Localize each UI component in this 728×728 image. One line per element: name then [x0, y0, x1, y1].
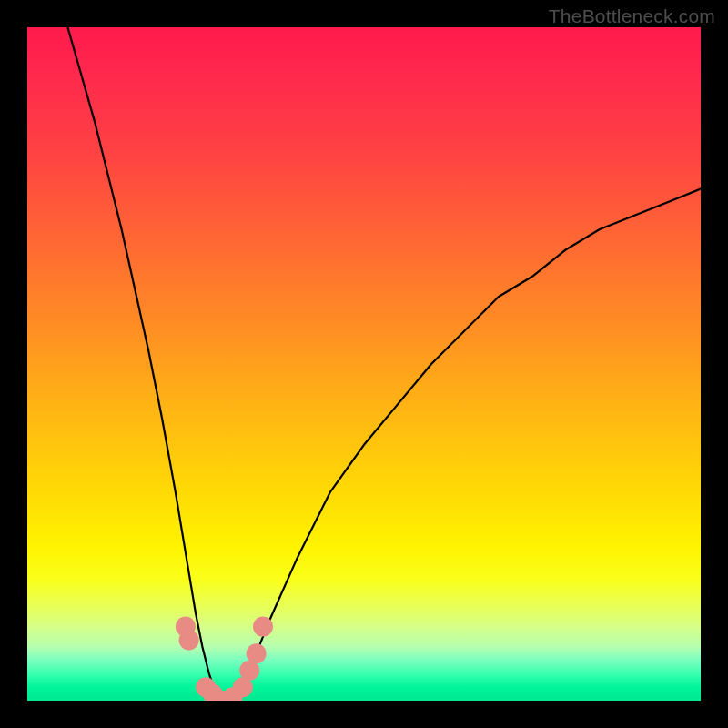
data-marker [247, 643, 267, 663]
data-marker [253, 617, 273, 637]
bottleneck-curve [27, 27, 701, 701]
data-marker [179, 630, 199, 650]
curve-path [67, 27, 701, 701]
watermark-text: TheBottleneck.com [549, 5, 715, 27]
plot-area [27, 27, 701, 701]
chart-frame: TheBottleneck.com [0, 0, 728, 728]
